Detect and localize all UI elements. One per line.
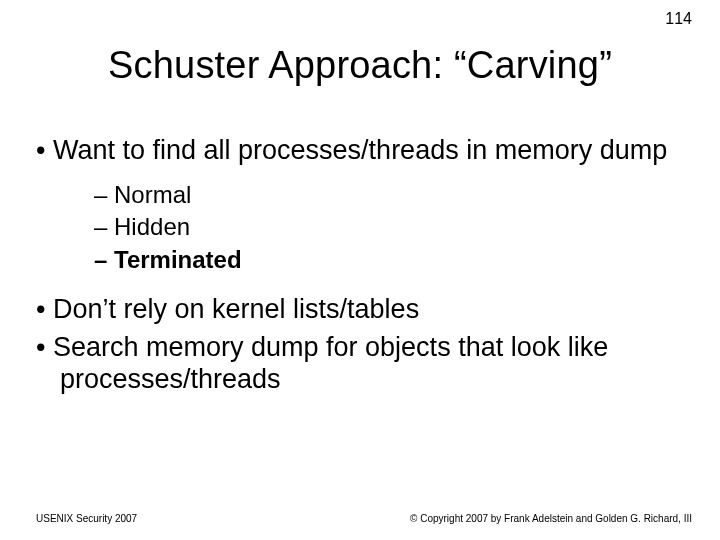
slide-body: Want to find all processes/threads in me… (36, 135, 684, 402)
sublist: Normal Hidden Terminated (94, 179, 684, 276)
footer-right: © Copyright 2007 by Frank Adelstein and … (410, 513, 692, 524)
bullet-1: Want to find all processes/threads in me… (36, 135, 684, 167)
slide-title: Schuster Approach: “Carving” (0, 44, 720, 87)
footer-left: USENIX Security 2007 (36, 513, 137, 524)
page-number: 114 (665, 10, 692, 28)
subitem-normal: Normal (94, 179, 684, 211)
bullet-2: Don’t rely on kernel lists/tables (36, 294, 684, 326)
subitem-terminated: Terminated (94, 244, 684, 276)
subitem-hidden: Hidden (94, 211, 684, 243)
bullet-3: Search memory dump for objects that look… (36, 332, 684, 396)
